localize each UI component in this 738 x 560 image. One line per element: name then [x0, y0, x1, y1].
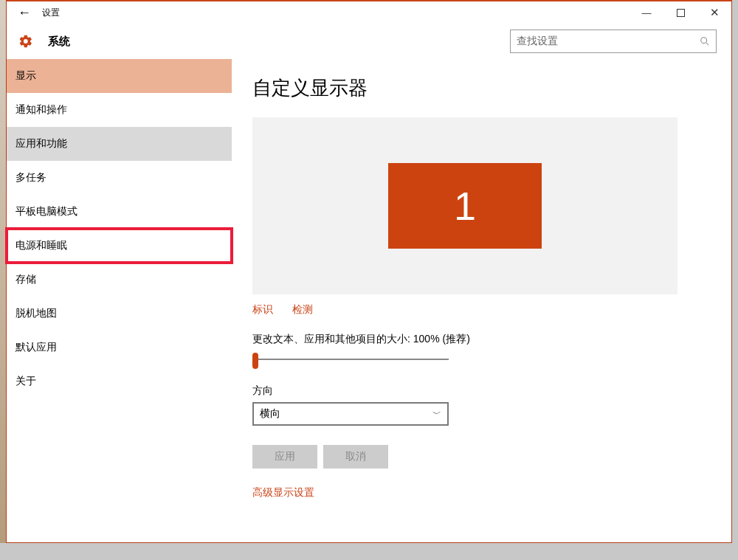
maximize-button[interactable] — [663, 1, 697, 24]
identify-link[interactable]: 标识 — [252, 303, 273, 315]
sidebar-item-offline-maps[interactable]: 脱机地图 — [7, 297, 232, 331]
svg-point-1 — [701, 38, 707, 44]
button-row: 应用 取消 — [252, 445, 711, 469]
cancel-button[interactable]: 取消 — [323, 445, 388, 469]
sidebar: 显示 通知和操作 应用和功能 多任务 平板电脑模式 电源和睡眠 存储 脱机地图 … — [7, 59, 232, 542]
apply-button[interactable]: 应用 — [252, 445, 317, 469]
scale-slider[interactable] — [252, 352, 449, 368]
sidebar-item-tablet[interactable]: 平板电脑模式 — [7, 195, 232, 229]
monitor-preview-area[interactable]: 1 — [252, 117, 677, 294]
settings-window: ← 设置 — ✕ 系统 查找设置 显示 通知和操作 应用和功能 多任务 平板电脑… — [6, 0, 732, 543]
sidebar-item-notifications[interactable]: 通知和操作 — [7, 93, 232, 127]
sidebar-item-display[interactable]: 显示 — [7, 59, 232, 93]
sidebar-item-default-apps[interactable]: 默认应用 — [7, 331, 232, 364]
sidebar-item-apps[interactable]: 应用和功能 — [7, 127, 232, 161]
body: 显示 通知和操作 应用和功能 多任务 平板电脑模式 电源和睡眠 存储 脱机地图 … — [7, 59, 731, 542]
close-button[interactable]: ✕ — [697, 1, 731, 24]
page-title: 自定义显示器 — [252, 75, 711, 101]
orientation-label: 方向 — [252, 384, 711, 398]
titlebar: ← 设置 — ✕ — [7, 0, 731, 24]
monitor-tile-1[interactable]: 1 — [388, 163, 542, 249]
section-title: 系统 — [48, 35, 70, 49]
window-title: 设置 — [42, 7, 60, 19]
content: 自定义显示器 1 标识 检测 更改文本、应用和其他项目的大小: 100% (推荐… — [232, 59, 731, 542]
sidebar-item-power-sleep[interactable]: 电源和睡眠 — [7, 229, 232, 263]
svg-rect-0 — [677, 9, 684, 16]
chevron-down-icon: ﹀ — [432, 408, 441, 421]
slider-track — [252, 359, 449, 360]
background-strip — [0, 0, 6, 543]
search-icon — [700, 36, 710, 46]
minimize-button[interactable]: — — [630, 1, 663, 24]
detect-link[interactable]: 检测 — [292, 303, 313, 315]
back-button[interactable]: ← — [7, 1, 42, 24]
monitor-link-row: 标识 检测 — [252, 303, 711, 317]
sidebar-item-about[interactable]: 关于 — [7, 364, 232, 398]
search-input[interactable]: 查找设置 — [510, 30, 717, 53]
slider-thumb[interactable] — [252, 353, 258, 369]
gear-icon — [18, 34, 33, 49]
orientation-value: 横向 — [260, 407, 280, 421]
svg-line-2 — [706, 43, 709, 46]
sidebar-item-storage[interactable]: 存储 — [7, 263, 232, 297]
scale-label: 更改文本、应用和其他项目的大小: 100% (推荐) — [252, 333, 711, 346]
header: 系统 查找设置 — [7, 24, 731, 59]
sidebar-item-multitask[interactable]: 多任务 — [7, 161, 232, 195]
orientation-select[interactable]: 横向 ﹀ — [252, 402, 449, 426]
advanced-display-link[interactable]: 高级显示设置 — [252, 486, 711, 499]
search-placeholder: 查找设置 — [517, 35, 558, 48]
